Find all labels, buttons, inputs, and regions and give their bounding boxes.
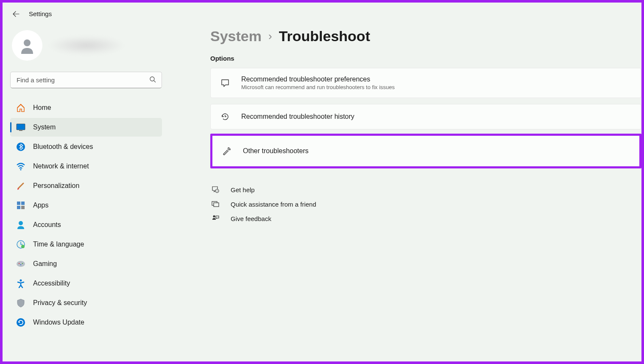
account-icon — [16, 220, 25, 230]
svg-rect-7 — [17, 202, 20, 205]
screens-icon — [211, 200, 220, 208]
breadcrumb: System › Troubleshoot — [210, 28, 641, 45]
accessibility-icon — [16, 279, 25, 288]
svg-rect-23 — [214, 203, 219, 207]
home-icon — [16, 103, 25, 112]
profile-block[interactable] — [10, 30, 162, 61]
nav-label: System — [33, 123, 56, 131]
footer-label: Quick assistance from a friend — [231, 201, 316, 208]
nav-list: Home System Bluetooth & devices Network … — [10, 98, 162, 332]
card-recommended-preferences[interactable]: Recommended troubleshooter preferences M… — [210, 68, 641, 98]
brush-icon — [16, 181, 25, 190]
nav-label: Personalization — [33, 182, 79, 190]
nav-label: Home — [33, 104, 51, 112]
svg-point-15 — [19, 263, 20, 264]
svg-point-13 — [21, 245, 25, 248]
footer-links: ? Get help Quick assistance from a frien… — [210, 185, 641, 223]
apps-icon — [16, 201, 25, 210]
search-input[interactable] — [10, 72, 162, 88]
svg-rect-8 — [21, 202, 25, 205]
search-icon — [149, 76, 156, 84]
nav-label: Privacy & security — [33, 299, 87, 307]
card-separator — [210, 100, 641, 102]
footer-label: Get help — [231, 186, 255, 193]
footer-label: Give feedback — [231, 215, 271, 222]
nav-label: Gaming — [33, 260, 57, 268]
svg-rect-4 — [19, 130, 22, 131]
header: Settings — [10, 10, 162, 17]
section-heading: Options — [210, 55, 641, 62]
card-subtitle: Microsoft can recommend and run troubles… — [241, 84, 395, 90]
svg-point-24 — [213, 216, 215, 218]
card-text: Other troubleshooters — [243, 147, 309, 155]
settings-window: Settings Home System — [0, 0, 644, 364]
avatar — [12, 30, 42, 61]
svg-point-6 — [20, 169, 21, 170]
svg-point-18 — [20, 280, 22, 282]
profile-name-redacted — [48, 36, 125, 55]
card-recommended-history[interactable]: Recommended troubleshooter history — [210, 104, 641, 129]
svg-rect-10 — [21, 206, 25, 209]
breadcrumb-current: Troubleshoot — [279, 28, 370, 45]
nav-item-accounts[interactable]: Accounts — [10, 216, 162, 234]
svg-point-16 — [22, 263, 23, 264]
link-quick-assist[interactable]: Quick assistance from a friend — [210, 200, 641, 208]
nav-label: Network & internet — [33, 162, 89, 170]
wrench-icon — [222, 146, 232, 156]
chat-icon — [220, 78, 230, 88]
svg-point-17 — [20, 264, 22, 266]
svg-point-14 — [17, 261, 25, 267]
svg-point-0 — [24, 39, 31, 46]
nav-item-network[interactable]: Network & internet — [10, 157, 162, 176]
nav-item-apps[interactable]: Apps — [10, 196, 162, 215]
nav-label: Time & language — [33, 241, 84, 248]
history-icon — [220, 112, 230, 122]
back-button[interactable] — [13, 11, 20, 17]
help-icon: ? — [211, 185, 220, 194]
search-container — [10, 72, 162, 88]
update-icon — [16, 318, 25, 327]
nav-item-update[interactable]: Windows Update — [10, 313, 162, 332]
nav-item-time[interactable]: Time & language — [10, 235, 162, 254]
link-feedback[interactable]: Give feedback — [210, 214, 641, 223]
svg-rect-9 — [17, 206, 20, 209]
gamepad-icon — [16, 259, 25, 269]
card-text: Recommended troubleshooter history — [241, 113, 354, 120]
user-icon — [19, 37, 36, 54]
nav-item-gaming[interactable]: Gaming — [10, 255, 162, 273]
card-title: Other troubleshooters — [243, 147, 309, 155]
sidebar: Settings Home System — [3, 3, 172, 361]
nav-item-personalization[interactable]: Personalization — [10, 176, 162, 195]
nav-label: Apps — [33, 202, 48, 209]
clock-globe-icon — [16, 240, 25, 249]
link-get-help[interactable]: ? Get help — [210, 185, 641, 194]
card-text: Recommended troubleshooter preferences M… — [241, 76, 395, 90]
svg-line-2 — [154, 81, 156, 82]
card-title: Recommended troubleshooter history — [241, 113, 354, 120]
options-list: Recommended troubleshooter preferences M… — [210, 68, 641, 171]
svg-rect-25 — [216, 216, 219, 218]
nav-item-system[interactable]: System — [10, 118, 162, 137]
nav-item-accessibility[interactable]: Accessibility — [10, 274, 162, 293]
nav-label: Accessibility — [33, 280, 70, 287]
svg-point-1 — [150, 77, 154, 81]
app-title: Settings — [29, 10, 52, 17]
arrow-left-icon — [13, 11, 20, 17]
svg-rect-3 — [17, 124, 25, 130]
nav-label: Accounts — [33, 221, 61, 229]
feedback-icon — [211, 214, 220, 223]
svg-point-19 — [17, 318, 25, 327]
nav-item-home[interactable]: Home — [10, 98, 162, 117]
chevron-right-icon: › — [268, 30, 272, 43]
svg-point-11 — [19, 221, 23, 225]
card-title: Recommended troubleshooter preferences — [241, 76, 395, 83]
breadcrumb-parent[interactable]: System — [210, 28, 262, 45]
system-icon — [16, 123, 25, 132]
nav-label: Windows Update — [33, 319, 84, 326]
card-other-troubleshooters[interactable]: Other troubleshooters — [210, 134, 641, 168]
wifi-icon — [16, 162, 25, 171]
main-content: System › Troubleshoot Options Recommende… — [172, 3, 641, 361]
nav-item-bluetooth[interactable]: Bluetooth & devices — [10, 137, 162, 156]
nav-item-privacy[interactable]: Privacy & security — [10, 294, 162, 312]
shield-icon — [16, 298, 25, 308]
